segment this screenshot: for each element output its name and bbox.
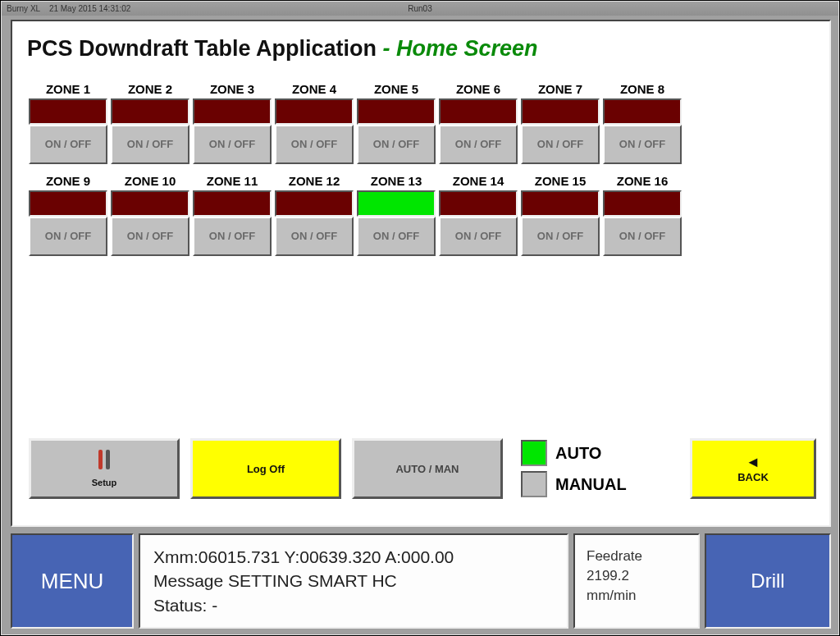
zone-indicator — [193, 98, 272, 125]
zone-indicator — [439, 98, 518, 125]
feedrate-value: 2199.2 — [587, 566, 687, 586]
zone-toggle-button[interactable]: ON / OFF — [275, 217, 354, 256]
setup-label: Setup — [92, 478, 117, 487]
bottom-button-row: Setup Log Off AUTO / MAN AUTO MANUAL ◄ — [29, 438, 816, 499]
zone-label: ZONE 10 — [111, 172, 189, 190]
zone-toggle-button[interactable]: ON / OFF — [29, 125, 107, 164]
logoff-label: Log Off — [247, 463, 285, 475]
window-titlebar: Burny XL 21 May 2015 14:31:02 Run03 — [2, 2, 838, 16]
drill-label: Drill — [751, 570, 784, 593]
zone-cell: ZONE 7ON / OFF — [521, 80, 600, 164]
feedrate-unit: mm/min — [587, 586, 687, 606]
zone-cell: ZONE 5ON / OFF — [357, 80, 436, 164]
back-button[interactable]: ◄ BACK — [690, 438, 816, 499]
zone-toggle-button[interactable]: ON / OFF — [603, 217, 682, 256]
zone-label: ZONE 3 — [193, 80, 272, 98]
zone-indicator — [357, 98, 436, 125]
zone-indicator — [603, 98, 682, 125]
zone-label: ZONE 9 — [29, 172, 107, 190]
auto-label: AUTO — [555, 444, 601, 463]
zone-indicator — [111, 190, 189, 217]
automan-button[interactable]: AUTO / MAN — [352, 438, 503, 499]
menu-button[interactable]: MENU — [11, 533, 134, 629]
zones-grid: ZONE 1ON / OFFZONE 2ON / OFFZONE 3ON / O… — [29, 80, 828, 264]
zone-label: ZONE 16 — [603, 172, 682, 190]
drill-button[interactable]: Drill — [705, 533, 831, 629]
zone-indicator — [193, 190, 272, 217]
zone-indicator — [29, 98, 107, 125]
zone-cell: ZONE 14ON / OFF — [439, 172, 518, 256]
zone-label: ZONE 2 — [111, 80, 189, 98]
zone-label: ZONE 6 — [439, 80, 518, 98]
zone-cell: ZONE 11ON / OFF — [193, 172, 272, 256]
feedrate-label: Feedrate — [587, 547, 687, 566]
zone-cell: ZONE 16ON / OFF — [603, 172, 682, 256]
manual-indicator — [521, 471, 547, 497]
zone-label: ZONE 15 — [521, 172, 600, 190]
manual-label: MANUAL — [555, 475, 627, 494]
zone-cell: ZONE 12ON / OFF — [275, 172, 354, 256]
zone-toggle-button[interactable]: ON / OFF — [603, 125, 682, 164]
status-status: Status: - — [153, 593, 554, 617]
zone-cell: ZONE 15ON / OFF — [521, 172, 600, 256]
zone-toggle-button[interactable]: ON / OFF — [357, 125, 436, 164]
zone-cell: ZONE 8ON / OFF — [603, 80, 682, 164]
zone-indicator — [111, 98, 189, 125]
zone-label: ZONE 1 — [29, 80, 107, 98]
zone-label: ZONE 7 — [521, 80, 600, 98]
zone-toggle-button[interactable]: ON / OFF — [357, 217, 436, 256]
app-name: Burny XL — [7, 4, 40, 13]
zone-toggle-button[interactable]: ON / OFF — [193, 125, 272, 164]
page-title-main: PCS Downdraft Table Application — [27, 36, 377, 61]
titlebar-center: Run03 — [408, 2, 431, 16]
zone-cell: ZONE 4ON / OFF — [275, 80, 354, 164]
zone-cell: ZONE 13ON / OFF — [357, 172, 436, 256]
feedrate-panel: Feedrate 2199.2 mm/min — [573, 533, 700, 629]
zone-cell: ZONE 9ON / OFF — [29, 172, 107, 256]
main-panel: PCS Downdraft Table Application - Home S… — [11, 20, 831, 527]
zone-label: ZONE 13 — [357, 172, 436, 190]
zone-toggle-button[interactable]: ON / OFF — [439, 217, 518, 256]
zone-toggle-button[interactable]: ON / OFF — [111, 217, 189, 256]
zone-indicator — [275, 98, 354, 125]
zone-cell: ZONE 2ON / OFF — [111, 80, 189, 164]
status-message: Message SETTING SMART HC — [153, 569, 554, 593]
zone-label: ZONE 14 — [439, 172, 518, 190]
zone-toggle-button[interactable]: ON / OFF — [193, 217, 272, 256]
zone-indicator — [521, 190, 600, 217]
zone-indicator — [357, 190, 436, 217]
setup-button[interactable]: Setup — [29, 438, 180, 499]
zone-toggle-button[interactable]: ON / OFF — [29, 217, 107, 256]
automan-label: AUTO / MAN — [395, 463, 459, 475]
page-title-sep: - — [383, 36, 397, 61]
mode-indicator-group: AUTO MANUAL — [521, 440, 627, 497]
zone-toggle-button[interactable]: ON / OFF — [521, 217, 600, 256]
zone-label: ZONE 5 — [357, 80, 436, 98]
zone-label: ZONE 8 — [603, 80, 682, 98]
zone-label: ZONE 4 — [275, 80, 354, 98]
zone-indicator — [439, 190, 518, 217]
datetime: 21 May 2015 14:31:02 — [49, 4, 131, 13]
zone-label: ZONE 12 — [275, 172, 354, 190]
zone-indicator — [275, 190, 354, 217]
page-title: PCS Downdraft Table Application - Home S… — [27, 36, 538, 62]
tools-icon — [96, 450, 112, 473]
back-arrow-icon: ◄ — [746, 455, 760, 469]
zone-toggle-button[interactable]: ON / OFF — [275, 125, 354, 164]
back-label: BACK — [737, 471, 769, 483]
zone-indicator — [29, 190, 107, 217]
zone-toggle-button[interactable]: ON / OFF — [111, 125, 189, 164]
zone-toggle-button[interactable]: ON / OFF — [521, 125, 600, 164]
logoff-button[interactable]: Log Off — [190, 438, 341, 499]
page-subtitle: Home Screen — [396, 36, 538, 61]
zone-cell: ZONE 3ON / OFF — [193, 80, 272, 164]
menu-label: MENU — [41, 569, 104, 594]
zone-cell: ZONE 10ON / OFF — [111, 172, 189, 256]
zone-cell: ZONE 6ON / OFF — [439, 80, 518, 164]
zone-indicator — [521, 98, 600, 125]
auto-indicator — [521, 440, 547, 466]
status-info-panel: Xmm:06015.731 Y:00639.320 A:000.00 Messa… — [139, 533, 568, 629]
zone-toggle-button[interactable]: ON / OFF — [439, 125, 518, 164]
status-row: MENU Xmm:06015.731 Y:00639.320 A:000.00 … — [11, 533, 831, 629]
status-coords: Xmm:06015.731 Y:00639.320 A:000.00 — [153, 545, 554, 569]
